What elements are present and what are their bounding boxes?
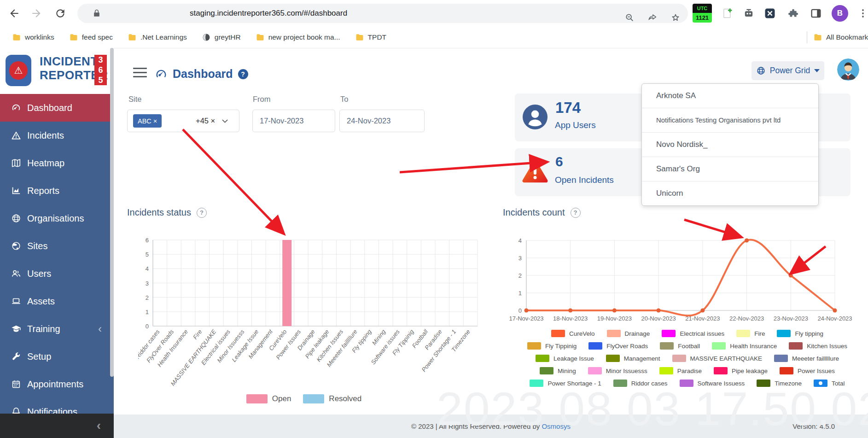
legend-item-timezone: Timezone <box>757 380 802 387</box>
zoom-out-icon[interactable] <box>624 12 635 23</box>
org-option-unicorn[interactable]: Unicorn <box>642 181 818 205</box>
legend-item-fly-tippinig: Fly Tippinig <box>527 342 577 350</box>
sidebar-item-sites[interactable]: Sites <box>0 232 114 260</box>
bookmark-item-feed-spec[interactable]: feed spec <box>69 33 113 42</box>
open-incidents-label: Open Incidents <box>555 175 614 185</box>
all-bookmarks-button[interactable]: All Bookmark <box>813 27 868 48</box>
bookmark-star-icon[interactable] <box>670 12 681 23</box>
new-doc-extension-icon[interactable] <box>721 7 734 20</box>
legend-swatch <box>774 355 788 362</box>
bookmarks-bar: worklinksfeed spec.Net LearningsgreytHRn… <box>0 27 868 48</box>
bookmark-item-new-project-book-ma[interactable]: new project book ma... <box>256 33 340 42</box>
assets-icon <box>11 296 21 306</box>
url-text[interactable]: staging.incidentreporter365.com/#/dashbo… <box>190 4 347 23</box>
chevron-left-icon: ‹ <box>98 323 102 334</box>
org-selector-button[interactable]: Power Grid <box>751 61 824 80</box>
sidebar-footer: ‹ <box>0 414 114 438</box>
org-option-notifications-testing-organisations-pvt-ltd[interactable]: Notifications Testing Organisations pvt … <box>642 108 818 133</box>
sites-icon <box>11 241 21 251</box>
user-avatar[interactable] <box>837 58 859 81</box>
to-date-input[interactable]: 24-Nov-2023 <box>339 110 425 132</box>
x-extension-icon[interactable] <box>763 7 776 20</box>
from-date-input[interactable]: 17-Nov-2023 <box>252 110 335 132</box>
legend-swatch <box>662 330 676 337</box>
legend-item-football: Football <box>660 342 700 350</box>
legend-item-power-issues: Power Issues <box>780 367 835 374</box>
sidebar-item-setup[interactable]: Setup <box>0 343 114 370</box>
site-chip[interactable]: ABC × <box>133 114 162 128</box>
sidebar-item-incidents[interactable]: Incidents <box>0 122 114 149</box>
chevron-down-icon <box>814 69 820 72</box>
svg-text:Fire: Fire <box>192 328 204 341</box>
back-icon[interactable] <box>8 7 20 19</box>
hamburger-menu-icon[interactable] <box>133 68 147 78</box>
screen: staging.incidentreporter365.com/#/dashbo… <box>0 0 868 438</box>
bookmark-item-tpdt[interactable]: TPDT <box>355 33 386 42</box>
dashboard-gauge-icon <box>155 68 168 81</box>
sidebar-scrollbar[interactable] <box>110 48 114 377</box>
share-icon[interactable] <box>647 12 658 23</box>
legend-item-fly-tipping: Fly tipping <box>777 330 823 337</box>
legend-item-software-issuess: Software Issuess <box>680 380 745 387</box>
svg-text:Timezone: Timezone <box>450 328 472 353</box>
from-filter-label: From <box>253 95 271 104</box>
sidebar-collapse-icon[interactable]: ‹ <box>97 418 101 433</box>
open-incidents-count: 6 <box>555 154 563 169</box>
folder-icon <box>256 33 265 42</box>
page-help-icon[interactable]: ? <box>238 69 248 79</box>
select-chevron-icon[interactable] <box>221 117 229 125</box>
legend-item-minor-issuesss: Minor Issuesss <box>588 367 647 374</box>
sidebar-item-heatmap[interactable]: Heatmap <box>0 149 114 177</box>
app-logo[interactable]: ⚠ INCIDENT REPORTER 365 <box>0 48 114 94</box>
site-favicon <box>202 33 211 42</box>
copyright-text: © 2023 | All Rights Reserved. Powered by… <box>114 415 868 438</box>
sidebar-item-organisations[interactable]: Organisations <box>0 204 114 232</box>
site-more-chip[interactable]: +45 × <box>196 110 215 132</box>
side-panel-icon[interactable] <box>810 7 822 20</box>
bookmark-item-net-learnings[interactable]: .Net Learnings <box>128 33 187 42</box>
svg-text:2: 2 <box>518 272 522 279</box>
utc-extension-counter[interactable]: 1121 <box>693 13 712 23</box>
legend-item-meeeter-failllllure: Meeeter failllllure <box>774 355 839 362</box>
sidebar-item-reports[interactable]: Reports <box>0 177 114 204</box>
utc-extension-badge[interactable]: UTC <box>693 4 712 13</box>
svg-text:2: 2 <box>146 294 149 301</box>
lock-icon <box>92 9 101 18</box>
legend-item-leakage-issue: Leakage Issue <box>536 355 594 362</box>
org-option-samar-s-org[interactable]: Samar's Org <box>642 157 818 181</box>
browser-profile-avatar[interactable]: B <box>832 5 848 22</box>
sidebar-item-appointments[interactable]: Appointments <box>0 370 114 398</box>
sidebar-item-assets[interactable]: Assets <box>0 287 114 315</box>
reload-icon[interactable] <box>54 7 66 19</box>
legend-item-kitchen-issues: Kitchen Issues <box>789 342 847 350</box>
sidebar-item-users[interactable]: Users <box>0 260 114 287</box>
sidebar-item-dashboard[interactable]: Dashboard <box>0 94 114 122</box>
svg-text:Power Shortage - 1: Power Shortage - 1 <box>420 328 458 374</box>
address-bar[interactable]: staging.incidentreporter365.com/#/dashbo… <box>77 4 688 23</box>
legend-swatch <box>527 342 541 350</box>
extensions-puzzle-icon[interactable] <box>786 7 799 20</box>
status-chart-help-icon[interactable]: ? <box>197 208 207 218</box>
legend-swatch <box>659 367 673 374</box>
count-chart-title: Incidents count <box>503 207 565 218</box>
bookmark-list: worklinksfeed spec.Net LearningsgreytHRn… <box>12 27 386 48</box>
robot-extension-icon[interactable] <box>742 7 755 20</box>
org-option-novo-nordisk[interactable]: Novo Nordisk_ <box>642 133 818 157</box>
browser-menu-icon[interactable] <box>857 7 868 19</box>
bookmark-item-worklinks[interactable]: worklinks <box>12 33 54 42</box>
svg-text:20-Nov-2023: 20-Nov-2023 <box>641 315 676 322</box>
site-multiselect[interactable]: ABC × +45 × <box>127 110 239 132</box>
legend-item-management: Management <box>606 355 660 362</box>
legend-swatch <box>660 342 674 350</box>
legend-item-drainage: Drainage <box>607 330 650 337</box>
count-chart-help-icon[interactable]: ? <box>571 208 581 218</box>
legend-swatch <box>606 355 620 362</box>
osmosys-link[interactable]: Osmosys <box>542 422 571 430</box>
bookmark-item-greythr[interactable]: greytHR <box>202 33 241 42</box>
folder-icon <box>355 33 364 42</box>
forward-icon[interactable] <box>30 7 42 19</box>
sidebar-item-training[interactable]: Training‹ <box>0 315 114 343</box>
folder-icon <box>12 33 21 42</box>
all-bookmarks-label: All Bookmark <box>826 33 868 41</box>
org-option-arknote-sa[interactable]: Arknote SA <box>642 84 818 108</box>
